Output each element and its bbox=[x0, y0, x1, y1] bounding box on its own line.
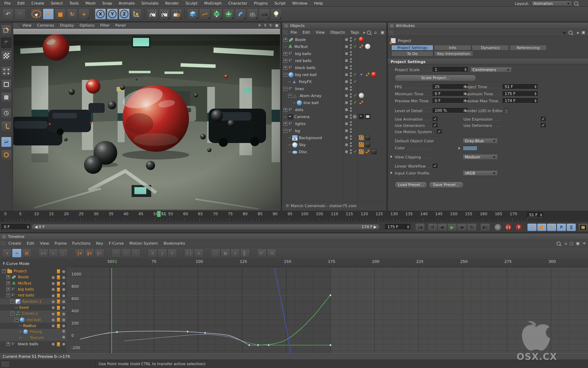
fcurve-tree-row-phong[interactable]: Phong bbox=[0, 329, 66, 335]
expand-icon[interactable]: + bbox=[284, 108, 287, 112]
lock-x-axis[interactable]: X bbox=[95, 8, 106, 20]
add-deformer-button[interactable] bbox=[235, 8, 246, 20]
layer-color-dot[interactable] bbox=[345, 87, 348, 90]
enabled-check-icon[interactable]: ✓ bbox=[354, 93, 357, 98]
use-animation-checkbox[interactable]: ✓ bbox=[433, 117, 438, 122]
expand-icon[interactable]: + bbox=[6, 281, 10, 285]
solo-dot[interactable] bbox=[52, 313, 55, 315]
key-toggle-icon[interactable] bbox=[57, 306, 60, 310]
object-row-camera[interactable]: Camera◎ bbox=[282, 113, 386, 120]
object-label[interactable]: lines bbox=[295, 87, 304, 91]
default-object-color-dropdown[interactable]: Gray-Blue bbox=[463, 138, 498, 144]
object-row-line-ball[interactable]: line ball✓ bbox=[282, 99, 386, 106]
visibility-dots[interactable] bbox=[350, 121, 352, 127]
cam2-tag[interactable] bbox=[365, 114, 370, 119]
fps-field[interactable]: 25 bbox=[433, 84, 468, 89]
enabled-check-icon[interactable]: ✓ bbox=[354, 37, 357, 42]
live-selection-tool[interactable]: ▶ bbox=[31, 8, 42, 20]
menu-item-animate[interactable]: Animate bbox=[119, 1, 135, 6]
key-toggle-icon[interactable] bbox=[57, 312, 60, 316]
object-row-polyfx[interactable]: PolyFX✓ bbox=[282, 78, 386, 85]
collapse-icon[interactable]: − bbox=[284, 73, 287, 77]
minimum-time-field[interactable]: 0 F bbox=[433, 91, 468, 96]
object-row-atom-array[interactable]: −Atom Array✓ bbox=[282, 92, 386, 99]
viewport-scene[interactable] bbox=[13, 34, 280, 210]
phong-tag[interactable] bbox=[359, 44, 364, 49]
keyframe-point[interactable] bbox=[204, 332, 206, 334]
record-parameter-button[interactable]: P bbox=[556, 223, 566, 231]
object-row-dots[interactable]: +dots bbox=[282, 106, 386, 113]
lock-value-button[interactable]: ▌ bbox=[240, 248, 250, 258]
ease-out-button[interactable]: C bbox=[167, 248, 177, 258]
lock-y-axis[interactable]: Y bbox=[107, 8, 118, 20]
visibility-dots[interactable] bbox=[350, 135, 352, 141]
record-pla-button[interactable]: ⣿ bbox=[566, 223, 576, 231]
region-curve-button[interactable]: ∧∨ bbox=[38, 248, 48, 258]
panel-grip-icon[interactable] bbox=[283, 30, 288, 35]
timeline-menu-view[interactable]: View bbox=[40, 241, 49, 246]
fcurve-graph[interactable]: 10008006004002000-200 bbox=[66, 268, 588, 353]
track-label[interactable]: Radius bbox=[23, 323, 36, 328]
layer-color-dot[interactable] bbox=[345, 108, 348, 111]
visibility-dots[interactable] bbox=[350, 51, 352, 57]
collapse-icon[interactable]: − bbox=[284, 87, 287, 91]
toggle-view-icon[interactable]: ▣ bbox=[275, 23, 279, 28]
add-environment-button[interactable] bbox=[247, 8, 258, 20]
object-label[interactable]: Camera bbox=[294, 115, 309, 119]
solo-dot[interactable] bbox=[62, 294, 65, 297]
solo-dot[interactable] bbox=[62, 288, 65, 291]
solo-dot[interactable] bbox=[62, 270, 65, 273]
key-toggle-icon[interactable] bbox=[57, 293, 60, 298]
move-tool[interactable]: + bbox=[43, 8, 54, 20]
collapse-icon[interactable]: − bbox=[15, 318, 19, 322]
object-label[interactable]: big red ball bbox=[295, 73, 317, 77]
collapse-icon[interactable]: − bbox=[10, 312, 14, 315]
point-mode-button[interactable] bbox=[1, 66, 12, 77]
objects-menu-file[interactable]: File bbox=[290, 30, 297, 35]
enabled-check-icon[interactable]: ✓ bbox=[354, 72, 357, 77]
fcurve-tree-row-project[interactable]: −Project bbox=[0, 268, 66, 274]
search-icon[interactable] bbox=[556, 241, 561, 246]
lock-icon[interactable]: 🔒︎ bbox=[577, 30, 579, 35]
collapse-icon[interactable]: − bbox=[6, 293, 10, 297]
viewport-menu-cameras[interactable]: Cameras bbox=[37, 23, 54, 28]
add-light-button[interactable] bbox=[271, 8, 282, 20]
fcurve-tree-row-boole[interactable]: +Boole bbox=[0, 274, 66, 280]
object-row-red-balls[interactable]: +red balls bbox=[282, 57, 386, 64]
texgar-tag[interactable] bbox=[371, 149, 377, 154]
autokey-button[interactable]: ◉ bbox=[494, 224, 502, 231]
object-label[interactable]: PolyFX bbox=[299, 80, 312, 84]
layer-color-dot[interactable] bbox=[345, 143, 348, 146]
layer-color-dot[interactable] bbox=[345, 150, 348, 153]
object-label[interactable]: bg bbox=[295, 129, 300, 133]
enable-axis-button[interactable] bbox=[1, 121, 12, 131]
maximum-time-field[interactable]: 175 F bbox=[503, 91, 538, 96]
object-row-sky[interactable]: Sky bbox=[282, 141, 386, 148]
object-label[interactable]: red balls bbox=[295, 59, 312, 63]
solo-dot[interactable] bbox=[52, 325, 55, 327]
texgar-tag[interactable] bbox=[365, 142, 370, 147]
menu-item-simulate[interactable]: Simulate bbox=[141, 1, 159, 6]
color-swatch[interactable] bbox=[463, 146, 477, 151]
object-row-background[interactable]: Background bbox=[282, 134, 386, 141]
linear-workflow-checkbox[interactable]: ✓ bbox=[433, 164, 438, 169]
object-label[interactable]: Boole bbox=[295, 38, 306, 42]
object-label[interactable]: MoText bbox=[294, 45, 308, 49]
texgray-tag[interactable] bbox=[359, 93, 364, 98]
layer-color-dot[interactable] bbox=[345, 136, 348, 139]
last-used-tool[interactable]: + bbox=[78, 8, 90, 20]
solo-dot[interactable] bbox=[62, 282, 65, 285]
fcurve-tree-row-seed[interactable]: Seed bbox=[0, 305, 66, 311]
new-panel-icon[interactable]: ▣ bbox=[381, 30, 384, 35]
make-editable-button[interactable] bbox=[1, 25, 12, 35]
add-mograph-object-button[interactable] bbox=[223, 8, 234, 20]
cam-tag[interactable] bbox=[359, 114, 364, 119]
visibility-dots[interactable] bbox=[350, 100, 352, 106]
clamp-button[interactable]: □ bbox=[211, 248, 220, 258]
keying-options-button[interactable]: ? bbox=[515, 224, 523, 231]
solo-dot[interactable] bbox=[62, 306, 65, 309]
objects-menu-objects[interactable]: Objects bbox=[330, 30, 345, 35]
fcurve-tree-row-motext[interactable]: +MoText bbox=[0, 280, 66, 286]
keyframe-point[interactable] bbox=[330, 344, 331, 346]
visibility-dots[interactable] bbox=[350, 86, 352, 92]
